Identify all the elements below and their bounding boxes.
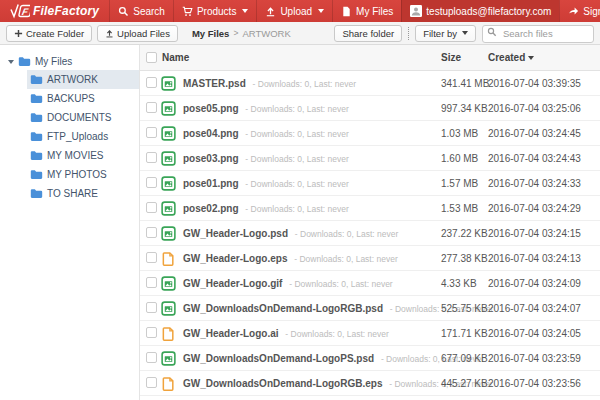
folder-icon [30, 74, 43, 85]
table-row[interactable]: GW_DownloadsOnDemand-LogoRGB.eps - Downl… [140, 371, 600, 396]
folder-label: DOCUMENTS [47, 112, 111, 123]
nav-account-label: testuploads@filefactory.com [426, 6, 551, 17]
row-checkbox[interactable] [146, 127, 157, 138]
file-created: 2016-07-04 03:24:45 [488, 121, 581, 146]
file-meta: - Downloads: 0, Last: never [294, 254, 397, 264]
file-name-link[interactable]: pose01.png [183, 178, 239, 189]
row-checkbox[interactable] [146, 252, 157, 263]
file-meta: - Downloads: 0, Last: never [245, 179, 348, 189]
nav-my-files[interactable]: My Files [332, 0, 401, 22]
row-checkbox[interactable] [146, 352, 157, 363]
file-name-link[interactable]: GW_DownloadsOnDemand-LogoRGB.eps [183, 378, 382, 389]
file-meta: - Downloads: 0, Last: never [245, 154, 348, 164]
table-row[interactable]: MASTER.psd - Downloads: 0, Last: never 3… [140, 71, 600, 96]
row-checkbox[interactable] [146, 177, 157, 188]
filter-by-button[interactable]: Filter by [415, 25, 476, 42]
tree-expand-caret-icon[interactable] [8, 60, 14, 64]
sidebar-folder-ftp-uploads[interactable]: FTP_Uploads [27, 127, 139, 146]
nav-account[interactable]: testuploads@filefactory.com [401, 0, 559, 22]
file-name-link[interactable]: pose04.png [183, 128, 239, 139]
row-checkbox[interactable] [146, 302, 157, 313]
image-file-icon [161, 126, 176, 141]
file-name-link[interactable]: GW_Header-Logo.gif [183, 278, 282, 289]
image-file-icon [161, 101, 176, 116]
sidebar-item-my-files[interactable]: My Files [0, 54, 139, 70]
nav-upload[interactable]: Upload [256, 0, 332, 22]
table-row[interactable]: pose03.png - Downloads: 0, Last: never 1… [140, 146, 600, 171]
file-size: 341.41 MB [441, 71, 489, 96]
file-name-link[interactable]: pose02.png [183, 203, 239, 214]
table-row[interactable]: pose04.png - Downloads: 0, Last: never 1… [140, 121, 600, 146]
nav-sign-out-label: Sign Out [583, 6, 600, 17]
nav-search[interactable]: Search [109, 0, 173, 22]
share-folder-button[interactable]: Share folder [334, 25, 402, 42]
row-checkbox[interactable] [146, 327, 157, 338]
file-name-link[interactable]: GW_Header-Logo.eps [183, 253, 287, 264]
file-created: 2016-07-04 03:23:56 [488, 371, 581, 396]
nav-upload-label: Upload [280, 6, 312, 17]
folder-icon [30, 131, 43, 142]
row-checkbox[interactable] [146, 102, 157, 113]
file-meta: - Downloads: 0, Last: never [245, 129, 348, 139]
row-checkbox[interactable] [146, 77, 157, 88]
top-navigation-bar: F FileFactory Search Products [0, 0, 600, 22]
filefactory-logo[interactable]: F FileFactory [0, 0, 109, 22]
file-list-panel: Name Size Created MASTER.psd [140, 45, 600, 400]
file-size: 171.71 KB [441, 321, 488, 346]
file-name-link[interactable]: GW_Header-Logo.ai [183, 328, 279, 339]
file-name-link[interactable]: GW_DownloadsOnDemand-LogoPS.psd [183, 353, 374, 364]
search-files-input[interactable] [482, 25, 594, 43]
row-checkbox[interactable] [146, 202, 157, 213]
table-row[interactable]: GW_Header-Logo.gif - Downloads: 0, Last:… [140, 271, 600, 296]
row-checkbox[interactable] [146, 377, 157, 388]
row-checkbox[interactable] [146, 277, 157, 288]
image-file-icon [161, 201, 176, 216]
sidebar-folder-my-movies[interactable]: MY MOVIES [27, 146, 139, 165]
file-created: 2016-07-04 03:24:15 [488, 221, 581, 246]
file-name-link[interactable]: pose05.png [183, 103, 239, 114]
table-row[interactable]: GW_Header-Logo.ai - Downloads: 0, Last: … [140, 321, 600, 346]
document-file-icon [161, 326, 176, 341]
table-row[interactable]: GW_Header-Logo.psd - Downloads: 0, Last:… [140, 221, 600, 246]
row-checkbox[interactable] [146, 227, 157, 238]
sidebar-folder-backups[interactable]: BACKUPS [27, 89, 139, 108]
file-type-icon [161, 176, 176, 191]
file-name-link[interactable]: pose03.png [183, 153, 239, 164]
file-name-cell: GW_Header-Logo.ai - Downloads: 0, Last: … [183, 321, 389, 346]
table-row[interactable]: GW_Header-Logo.eps - Downloads: 0, Last:… [140, 246, 600, 271]
file-table-body: MASTER.psd - Downloads: 0, Last: never 3… [140, 71, 600, 396]
column-header-name[interactable]: Name [162, 45, 189, 71]
select-all-checkbox[interactable] [146, 52, 157, 63]
create-folder-button[interactable]: Create Folder [6, 25, 92, 42]
sidebar-folder-documents[interactable]: DOCUMENTS [27, 108, 139, 127]
breadcrumb-my-files[interactable]: My Files [192, 28, 230, 39]
table-row[interactable]: GW_DownloadsOnDemand-LogoRGB.psd - Downl… [140, 296, 600, 321]
nav-products[interactable]: Products [173, 0, 256, 22]
sidebar-folder-my-photos[interactable]: MY PHOTOS [27, 165, 139, 184]
file-name-link[interactable]: MASTER.psd [183, 78, 246, 89]
sidebar-folder-to-share[interactable]: TO SHARE [27, 184, 139, 203]
file-name-link[interactable]: GW_DownloadsOnDemand-LogoRGB.psd [183, 303, 383, 314]
column-header-size[interactable]: Size [441, 45, 461, 71]
sidebar-folder-artwork[interactable]: ARTWORK [27, 70, 139, 89]
file-name-link[interactable]: GW_Header-Logo.psd [183, 228, 288, 239]
upload-icon [265, 6, 276, 17]
table-row[interactable]: pose02.png - Downloads: 0, Last: never 1… [140, 196, 600, 221]
nav-my-files-label: My Files [356, 6, 393, 17]
filter-by-label: Filter by [423, 28, 457, 39]
file-icon [341, 6, 352, 17]
nav-sign-out[interactable]: Sign Out [559, 0, 600, 22]
table-row[interactable]: pose01.png - Downloads: 0, Last: never 1… [140, 171, 600, 196]
file-type-icon [161, 226, 176, 241]
file-type-icon [161, 326, 176, 341]
upload-files-button[interactable]: Upload Files [97, 25, 178, 42]
avatar [410, 5, 422, 17]
table-row[interactable]: pose05.png - Downloads: 0, Last: never 9… [140, 96, 600, 121]
row-checkbox[interactable] [146, 152, 157, 163]
chevron-down-icon [462, 31, 468, 35]
toolbar-right-group: Share folder Filter by [334, 23, 594, 43]
content-area: My Files ARTWORK BACKUPS DOCUMENTS FTP_U… [0, 45, 600, 400]
table-row[interactable]: GW_DownloadsOnDemand-LogoPS.psd - Downlo… [140, 346, 600, 371]
file-size: 4.33 KB [441, 271, 477, 296]
column-header-created[interactable]: Created [488, 45, 534, 71]
